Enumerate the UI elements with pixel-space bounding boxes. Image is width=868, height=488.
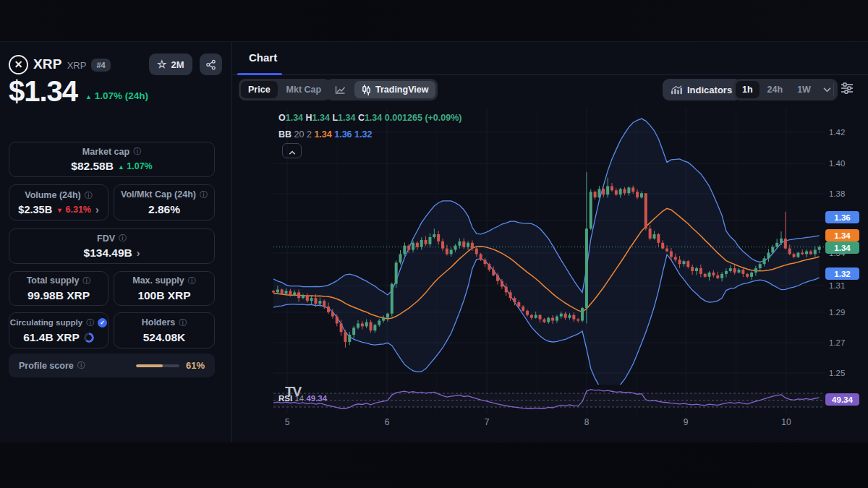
price-axis-badge: 49.34	[825, 393, 859, 406]
supply-progress-ring-icon	[84, 333, 94, 343]
svg-text:1.38: 1.38	[829, 189, 845, 198]
total-supply-label: Total supply	[27, 275, 80, 286]
toolbar-divider	[833, 83, 834, 96]
info-icon[interactable]: ⓘ	[188, 275, 196, 286]
share-button[interactable]	[200, 53, 222, 75]
vol-mkt-cap-label: Vol/Mkt Cap (24h)	[121, 189, 196, 200]
max-supply-label: Max. supply	[132, 275, 184, 286]
toggle-price[interactable]: Price	[241, 81, 278, 98]
holders-value: 524.08K	[143, 331, 186, 344]
price-change: ▲ 1.07% (24h)	[85, 90, 148, 106]
max-supply-value: 100B XRP	[137, 289, 190, 302]
chart-tab-bar: Chart	[232, 41, 868, 75]
chart-settings-button[interactable]	[839, 80, 855, 99]
info-icon[interactable]: ⓘ	[82, 275, 90, 286]
coin-name: XRP	[33, 56, 62, 72]
score-track	[136, 364, 179, 367]
tab-chart[interactable]: Chart	[249, 51, 277, 64]
ohlc-legend: O1.34 H1.34 L1.34 C1.34 0.001265 (+0.09%…	[278, 113, 461, 123]
info-icon[interactable]: ⓘ	[119, 233, 127, 244]
volume-value: $2.35B	[18, 204, 52, 215]
fdv-card: FDVⓘ $134.49B ›	[9, 228, 215, 264]
rank-badge: #4	[91, 59, 110, 72]
price-header: $1.34 ▲ 1.07% (24h)	[9, 77, 148, 106]
holders-card: Holdersⓘ 524.08K	[114, 312, 215, 348]
market-cap-change: ▲ 1.07%	[118, 161, 153, 171]
sliders-icon	[839, 86, 855, 98]
tradingview-toggle[interactable]: TradingView	[354, 81, 435, 98]
info-icon[interactable]: ⓘ	[179, 317, 187, 328]
market-cap-label: Market cap	[82, 147, 129, 157]
candlestick-icon	[362, 85, 371, 95]
page: ✕ XRP XRP #4 ☆ 2M $1.34 ▲ 1.07% (24h) Ma…	[0, 0, 868, 488]
fdv-value: $134.49B	[84, 247, 132, 260]
svg-text:10: 10	[781, 417, 791, 427]
svg-text:8: 8	[584, 417, 590, 427]
line-chart-icon	[335, 85, 346, 95]
timeframe-24h[interactable]: 24h	[761, 81, 790, 98]
price-axis-badge: 1.36	[825, 211, 859, 223]
profile-score-meter: 61%	[136, 360, 205, 371]
coin-symbol: XRP	[67, 60, 87, 71]
indicators-label: Indicators	[687, 85, 732, 95]
rsi-legend: RSI 14 49.34	[278, 394, 327, 403]
score-fill	[136, 364, 163, 367]
current-price: $1.34	[9, 77, 77, 106]
xrp-logo-icon: ✕	[9, 55, 28, 74]
verified-check-icon: ✓	[98, 318, 107, 328]
max-supply-card: Max. supplyⓘ 100B XRP	[114, 271, 215, 306]
svg-text:1.42: 1.42	[829, 128, 845, 137]
svg-text:1.31: 1.31	[829, 281, 845, 290]
down-triangle-icon: ▼	[56, 207, 63, 214]
share-icon	[205, 59, 216, 70]
circulating-supply-value: 61.4B XRP	[23, 331, 80, 344]
bottom-dark-strip	[0, 442, 868, 488]
info-icon[interactable]: ⓘ	[200, 189, 208, 200]
indicators-icon	[671, 85, 682, 95]
watchlist-button[interactable]: ☆ 2M	[149, 53, 192, 75]
volume-card: Volume (24h)ⓘ $2.35B ▼ 6.31% ›	[9, 184, 109, 221]
info-icon[interactable]: ⓘ	[133, 146, 141, 157]
svg-text:6: 6	[385, 417, 390, 427]
top-dark-strip	[0, 0, 868, 41]
price-mktcap-toggle: Price Mkt Cap	[239, 79, 331, 100]
price-axis-badge: 1.34	[825, 229, 859, 241]
sidebar-divider	[231, 41, 232, 442]
market-cap-card: Market capⓘ $82.58B ▲ 1.07%	[9, 142, 215, 177]
volume-label: Volume (24h)	[25, 190, 81, 200]
line-chart-toggle[interactable]	[328, 81, 353, 98]
info-icon[interactable]: ⓘ	[77, 360, 85, 371]
svg-text:1.27: 1.27	[829, 338, 845, 347]
info-icon[interactable]: ⓘ	[85, 190, 93, 201]
toggle-mkt-cap[interactable]: Mkt Cap	[279, 81, 329, 98]
header-buttons: ☆ 2M	[149, 53, 222, 75]
svg-text:1.29: 1.29	[829, 308, 845, 317]
timeframe-1w[interactable]: 1W	[791, 81, 817, 98]
chevron-right-icon[interactable]: ›	[95, 204, 99, 215]
active-tab-underline	[237, 73, 282, 75]
svg-text:1.25: 1.25	[829, 369, 845, 377]
info-icon[interactable]: ⓘ	[86, 317, 94, 328]
indicators-button[interactable]: Indicators	[663, 79, 741, 100]
chevron-right-icon[interactable]: ›	[137, 247, 140, 259]
price-axis-badge: 1.34	[825, 241, 859, 254]
up-triangle-icon: ▲	[118, 163, 124, 171]
chevron-up-icon	[289, 145, 296, 158]
total-supply-card: Total supplyⓘ 99.98B XRP	[9, 271, 109, 306]
volume-change: ▼ 6.31%	[56, 205, 91, 215]
chevron-down-icon	[823, 87, 831, 93]
profile-score-label: Profile score	[19, 361, 74, 371]
profile-score-value: 61%	[186, 360, 205, 371]
coin-header: ✕ XRP XRP #4	[9, 53, 111, 75]
price-chart[interactable]: 1.421.401.381.361.341.311.291.271.255678…	[239, 105, 868, 442]
svg-text:9: 9	[684, 417, 689, 427]
timeframe-1h[interactable]: 1h	[736, 81, 760, 98]
svg-text:5: 5	[285, 417, 290, 427]
star-icon: ☆	[157, 58, 166, 71]
collapse-legend-button[interactable]	[282, 143, 302, 158]
watchlist-count: 2M	[171, 59, 184, 70]
bb-legend: BB 20 2 1.34 1.36 1.32	[278, 129, 372, 140]
holders-label: Holders	[142, 317, 176, 328]
timeframe-selector: 1h 24h 1W	[733, 79, 838, 100]
svg-text:1.40: 1.40	[829, 159, 845, 168]
